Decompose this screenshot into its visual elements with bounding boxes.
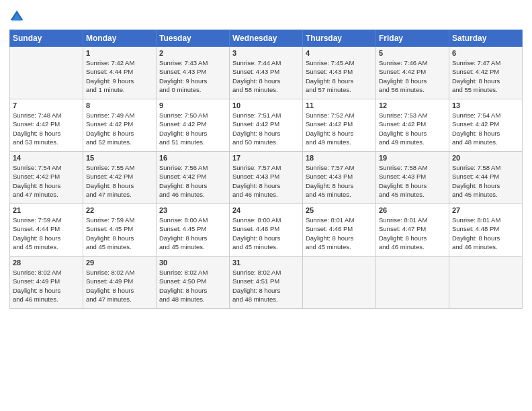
day-info: Sunrise: 7:54 AM Sunset: 4:42 PM Dayligh… — [452, 111, 519, 146]
day-info: Sunrise: 7:56 AM Sunset: 4:42 PM Dayligh… — [159, 163, 226, 199]
calendar-cell — [449, 257, 523, 309]
day-info: Sunrise: 8:02 AM Sunset: 4:51 PM Dayligh… — [232, 268, 300, 304]
calendar-cell: 2Sunrise: 7:43 AM Sunset: 4:43 PM Daylig… — [157, 47, 230, 99]
calendar-cell: 23Sunrise: 8:00 AM Sunset: 4:45 PM Dayli… — [157, 204, 230, 257]
calendar-cell: 5Sunrise: 7:46 AM Sunset: 4:42 PM Daylig… — [376, 47, 449, 99]
day-number: 25 — [306, 206, 373, 214]
calendar-cell: 19Sunrise: 7:58 AM Sunset: 4:43 PM Dayli… — [376, 152, 449, 204]
calendar-cell: 17Sunrise: 7:57 AM Sunset: 4:43 PM Dayli… — [230, 152, 303, 204]
day-number: 5 — [379, 49, 446, 57]
day-info: Sunrise: 7:59 AM Sunset: 4:45 PM Dayligh… — [86, 216, 153, 251]
day-number: 26 — [379, 206, 446, 214]
calendar-cell: 13Sunrise: 7:54 AM Sunset: 4:42 PM Dayli… — [449, 99, 523, 152]
week-row-4: 21Sunrise: 7:59 AM Sunset: 4:44 PM Dayli… — [10, 204, 523, 257]
week-row-1: 1Sunrise: 7:42 AM Sunset: 4:44 PM Daylig… — [10, 47, 523, 99]
day-info: Sunrise: 7:52 AM Sunset: 4:42 PM Dayligh… — [306, 111, 373, 146]
calendar-cell: 27Sunrise: 8:01 AM Sunset: 4:48 PM Dayli… — [449, 204, 523, 257]
day-number: 9 — [159, 101, 226, 109]
calendar-cell: 14Sunrise: 7:54 AM Sunset: 4:42 PM Dayli… — [10, 152, 83, 204]
calendar-cell: 31Sunrise: 8:02 AM Sunset: 4:51 PM Dayli… — [230, 257, 303, 309]
week-row-2: 7Sunrise: 7:48 AM Sunset: 4:42 PM Daylig… — [10, 99, 523, 152]
day-number: 6 — [452, 49, 519, 57]
day-number: 14 — [13, 154, 80, 162]
day-info: Sunrise: 8:00 AM Sunset: 4:46 PM Dayligh… — [232, 216, 300, 251]
day-number: 3 — [232, 49, 300, 57]
calendar-cell: 28Sunrise: 8:02 AM Sunset: 4:49 PM Dayli… — [10, 257, 83, 309]
header — [9, 7, 523, 24]
week-row-3: 14Sunrise: 7:54 AM Sunset: 4:42 PM Dayli… — [10, 152, 523, 204]
header-row: SundayMondayTuesdayWednesdayThursdayFrid… — [10, 30, 523, 47]
calendar-cell: 29Sunrise: 8:02 AM Sunset: 4:49 PM Dayli… — [83, 257, 157, 309]
calendar-cell: 20Sunrise: 7:58 AM Sunset: 4:44 PM Dayli… — [449, 152, 523, 204]
calendar-cell: 16Sunrise: 7:56 AM Sunset: 4:42 PM Dayli… — [157, 152, 230, 204]
calendar-cell — [10, 47, 83, 99]
day-info: Sunrise: 7:42 AM Sunset: 4:44 PM Dayligh… — [86, 58, 153, 94]
calendar-cell: 7Sunrise: 7:48 AM Sunset: 4:42 PM Daylig… — [10, 99, 83, 152]
day-number: 15 — [86, 154, 153, 162]
calendar-cell: 12Sunrise: 7:53 AM Sunset: 4:42 PM Dayli… — [376, 99, 449, 152]
calendar-cell: 21Sunrise: 7:59 AM Sunset: 4:44 PM Dayli… — [10, 204, 83, 257]
day-number: 12 — [379, 101, 446, 109]
day-number: 30 — [159, 259, 226, 267]
day-header-monday: Monday — [83, 30, 157, 47]
day-info: Sunrise: 7:43 AM Sunset: 4:43 PM Dayligh… — [159, 58, 226, 94]
day-header-sunday: Sunday — [10, 30, 83, 47]
logo — [9, 9, 27, 24]
calendar-table: SundayMondayTuesdayWednesdayThursdayFrid… — [9, 30, 523, 309]
day-header-wednesday: Wednesday — [230, 30, 303, 47]
day-info: Sunrise: 8:00 AM Sunset: 4:45 PM Dayligh… — [159, 216, 226, 251]
day-number: 7 — [13, 101, 80, 109]
day-number: 19 — [379, 154, 446, 162]
day-info: Sunrise: 7:53 AM Sunset: 4:42 PM Dayligh… — [379, 111, 446, 146]
day-info: Sunrise: 7:58 AM Sunset: 4:44 PM Dayligh… — [452, 163, 519, 199]
calendar-cell — [303, 257, 376, 309]
day-header-tuesday: Tuesday — [157, 30, 230, 47]
calendar-cell: 25Sunrise: 8:01 AM Sunset: 4:46 PM Dayli… — [303, 204, 376, 257]
day-info: Sunrise: 7:49 AM Sunset: 4:42 PM Dayligh… — [86, 111, 153, 146]
calendar-cell: 8Sunrise: 7:49 AM Sunset: 4:42 PM Daylig… — [83, 99, 157, 152]
calendar-cell — [376, 257, 449, 309]
day-info: Sunrise: 7:45 AM Sunset: 4:43 PM Dayligh… — [306, 58, 373, 94]
day-info: Sunrise: 7:59 AM Sunset: 4:44 PM Dayligh… — [13, 216, 80, 251]
day-header-thursday: Thursday — [303, 30, 376, 47]
calendar-cell: 22Sunrise: 7:59 AM Sunset: 4:45 PM Dayli… — [83, 204, 157, 257]
day-number: 8 — [86, 101, 153, 109]
day-info: Sunrise: 8:02 AM Sunset: 4:49 PM Dayligh… — [86, 268, 153, 304]
day-number: 24 — [232, 206, 300, 214]
day-number: 28 — [13, 259, 80, 267]
day-info: Sunrise: 8:01 AM Sunset: 4:47 PM Dayligh… — [379, 216, 446, 251]
day-header-friday: Friday — [376, 30, 449, 47]
day-number: 2 — [159, 49, 226, 57]
day-number: 4 — [306, 49, 373, 57]
day-number: 1 — [86, 49, 153, 57]
day-info: Sunrise: 8:01 AM Sunset: 4:48 PM Dayligh… — [452, 216, 519, 251]
day-info: Sunrise: 7:50 AM Sunset: 4:42 PM Dayligh… — [159, 111, 226, 146]
calendar-cell: 1Sunrise: 7:42 AM Sunset: 4:44 PM Daylig… — [83, 47, 157, 99]
day-info: Sunrise: 8:02 AM Sunset: 4:49 PM Dayligh… — [13, 268, 80, 304]
day-info: Sunrise: 7:55 AM Sunset: 4:42 PM Dayligh… — [86, 163, 153, 199]
day-number: 21 — [13, 206, 80, 214]
calendar-cell: 30Sunrise: 8:02 AM Sunset: 4:50 PM Dayli… — [157, 257, 230, 309]
calendar-cell: 15Sunrise: 7:55 AM Sunset: 4:42 PM Dayli… — [83, 152, 157, 204]
day-number: 13 — [452, 101, 519, 109]
day-info: Sunrise: 7:44 AM Sunset: 4:43 PM Dayligh… — [232, 58, 300, 94]
day-info: Sunrise: 7:46 AM Sunset: 4:42 PM Dayligh… — [379, 58, 446, 94]
calendar-cell: 4Sunrise: 7:45 AM Sunset: 4:43 PM Daylig… — [303, 47, 376, 99]
day-info: Sunrise: 7:57 AM Sunset: 4:43 PM Dayligh… — [232, 163, 300, 199]
day-number: 16 — [159, 154, 226, 162]
day-info: Sunrise: 7:47 AM Sunset: 4:42 PM Dayligh… — [452, 58, 519, 94]
day-info: Sunrise: 7:58 AM Sunset: 4:43 PM Dayligh… — [379, 163, 446, 199]
day-number: 31 — [232, 259, 300, 267]
day-info: Sunrise: 8:02 AM Sunset: 4:50 PM Dayligh… — [159, 268, 226, 304]
calendar-cell: 26Sunrise: 8:01 AM Sunset: 4:47 PM Dayli… — [376, 204, 449, 257]
calendar-cell: 24Sunrise: 8:00 AM Sunset: 4:46 PM Dayli… — [230, 204, 303, 257]
calendar-cell: 18Sunrise: 7:57 AM Sunset: 4:43 PM Dayli… — [303, 152, 376, 204]
day-number: 27 — [452, 206, 519, 214]
day-number: 22 — [86, 206, 153, 214]
logo-icon — [9, 9, 24, 24]
day-number: 10 — [232, 101, 300, 109]
day-header-saturday: Saturday — [449, 30, 523, 47]
day-number: 18 — [306, 154, 373, 162]
day-info: Sunrise: 7:57 AM Sunset: 4:43 PM Dayligh… — [306, 163, 373, 199]
calendar-cell: 3Sunrise: 7:44 AM Sunset: 4:43 PM Daylig… — [230, 47, 303, 99]
